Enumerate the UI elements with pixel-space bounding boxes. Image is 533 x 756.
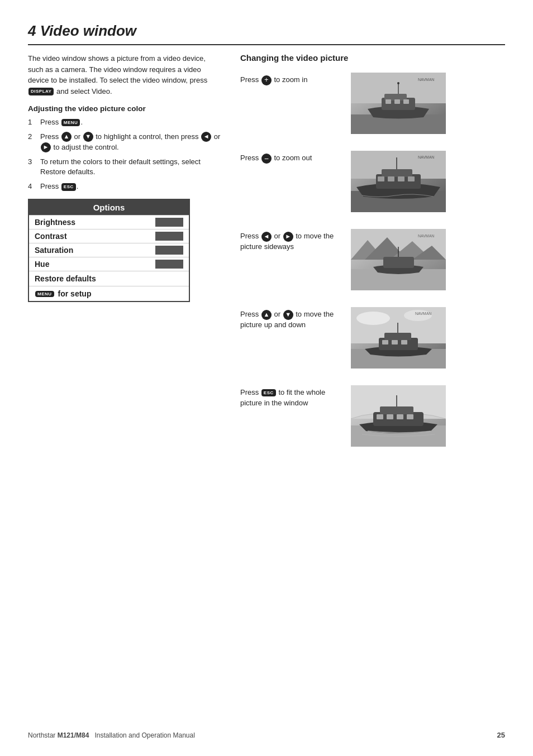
step-1: 1 Press MENU.	[28, 117, 221, 128]
footer-page-number: 25	[497, 731, 505, 739]
hue-bar	[155, 260, 183, 269]
svg-text:NAVMAN: NAVMAN	[418, 78, 434, 82]
svg-rect-53	[407, 414, 413, 419]
esc-badge-fit: ESC	[261, 389, 276, 397]
svg-rect-30	[383, 257, 414, 268]
svg-text:NAVMAN: NAVMAN	[415, 312, 431, 315]
options-table: Options Brightness Contrast Saturation H…	[28, 199, 190, 302]
saturation-bar	[155, 246, 183, 255]
svg-rect-18	[388, 176, 394, 181]
fit-image	[351, 385, 446, 447]
boat-svg-2: NAVMAN	[351, 151, 446, 212]
right-arrow-desc: ►	[283, 232, 293, 242]
video-item-updown: Press ▲ or ▼ to move the picture up and …	[240, 307, 505, 369]
svg-rect-19	[398, 176, 404, 181]
brightness-bar	[155, 218, 183, 227]
zoom-out-desc: Press − to zoom out	[240, 151, 341, 164]
svg-rect-49	[380, 406, 413, 414]
contrast-label: Contrast	[35, 232, 67, 241]
saturation-label: Saturation	[35, 246, 73, 255]
esc-badge-steps: ESC	[61, 183, 76, 191]
down-arrow-1: ▼	[83, 132, 93, 142]
step-4-text: Press ESC.	[40, 181, 78, 192]
video-item-fit: Press ESC to fit the whole picture in th…	[240, 385, 505, 447]
steps-list: 1 Press MENU. 2 Press ▲ or ▼ to highligh…	[28, 117, 221, 192]
up-arrow-desc: ▲	[261, 310, 272, 320]
zoom-out-image: NAVMAN	[351, 151, 446, 212]
video-item-zoom-out: Press − to zoom out	[240, 151, 505, 212]
step-2: 2 Press ▲ or ▼ to highlight a control, t…	[28, 132, 221, 153]
footer-model: M121/M84	[58, 731, 89, 739]
sideways-desc: Press ◄ or ► to move the picture sideway…	[240, 229, 341, 252]
contrast-bar	[155, 232, 183, 241]
svg-rect-20	[408, 176, 415, 181]
svg-rect-51	[387, 414, 393, 419]
brightness-label: Brightness	[35, 218, 75, 227]
boat-svg-4: NAVMAN	[351, 307, 446, 369]
svg-rect-50	[377, 414, 383, 419]
svg-point-10	[397, 82, 399, 84]
hue-label: Hue	[35, 260, 49, 269]
video-item-sideways: Press ◄ or ► to move the picture sideway…	[240, 229, 505, 290]
menu-badge-setup: MENU	[35, 291, 54, 297]
svg-rect-7	[394, 99, 400, 104]
step-num-1: 1	[28, 117, 37, 128]
left-column: The video window shows a picture from a …	[28, 53, 235, 463]
svg-rect-42	[401, 340, 407, 344]
svg-rect-39	[384, 333, 411, 340]
adjust-heading: Adjusting the video picture color	[28, 104, 221, 113]
display-badge: DISPLAY	[28, 88, 54, 95]
svg-text:NAVMAN: NAVMAN	[418, 155, 434, 159]
boat-svg-5	[351, 385, 446, 447]
sideways-image: NAVMAN	[351, 229, 446, 290]
svg-rect-6	[386, 99, 391, 104]
menu-badge-1: MENU	[61, 119, 80, 127]
plus-icon: +	[261, 75, 272, 85]
page-footer: Northstar M121/M84 Installation and Oper…	[28, 731, 505, 739]
boat-svg-1: NAVMAN	[351, 73, 446, 134]
svg-point-35	[356, 312, 390, 325]
main-content: The video window shows a picture from a …	[28, 53, 505, 463]
svg-rect-17	[378, 176, 384, 181]
svg-rect-16	[382, 169, 412, 177]
svg-rect-8	[403, 99, 409, 104]
boat-svg-3: NAVMAN	[351, 229, 446, 290]
page-container: 4 Video window The video window shows a …	[0, 0, 533, 756]
zoom-in-image: NAVMAN	[351, 73, 446, 134]
updown-desc: Press ▲ or ▼ to move the picture up and …	[240, 307, 341, 331]
svg-rect-40	[382, 340, 388, 344]
left-arrow-desc: ◄	[261, 232, 272, 242]
right-arrow-1: ►	[41, 142, 51, 152]
minus-icon: −	[261, 154, 272, 164]
svg-rect-41	[392, 340, 398, 344]
zoom-in-desc: Press + to zoom in	[240, 73, 341, 85]
up-arrow-1: ▲	[61, 132, 72, 142]
options-row-hue: Hue	[29, 257, 189, 271]
options-row-contrast: Contrast	[29, 229, 189, 243]
step-3: 3 To return the colors to their default …	[28, 157, 221, 178]
down-arrow-desc: ▼	[283, 310, 293, 320]
right-column: Changing the video picture Press + to zo…	[235, 53, 505, 463]
step-2-text: Press ▲ or ▼ to highlight a control, the…	[40, 132, 221, 153]
options-row-saturation: Saturation	[29, 243, 189, 257]
step-1-text: Press MENU.	[40, 117, 83, 128]
setup-text: for setup	[58, 289, 92, 298]
step-num-2: 2	[28, 132, 37, 142]
step-num-3: 3	[28, 157, 37, 168]
svg-text:NAVMAN: NAVMAN	[418, 234, 434, 238]
updown-image: NAVMAN	[351, 307, 446, 369]
step-4: 4 Press ESC.	[28, 181, 221, 192]
step-num-4: 4	[28, 181, 37, 192]
options-header: Options	[29, 200, 189, 215]
footer-brand: Northstar M121/M84 Installation and Oper…	[28, 731, 195, 739]
fit-desc: Press ESC to fit the whole picture in th…	[240, 385, 341, 409]
options-row-brightness: Brightness	[29, 215, 189, 229]
options-setup: MENU for setup	[29, 286, 189, 301]
options-restore: Restore defaults	[29, 271, 189, 286]
changing-heading: Changing the video picture	[240, 53, 505, 63]
step-3-text: To return the colors to their default se…	[40, 157, 221, 178]
page-title: 4 Video window	[28, 22, 505, 45]
left-arrow-1: ◄	[201, 132, 211, 142]
video-item-zoom-in: Press + to zoom in	[240, 73, 505, 134]
svg-rect-52	[397, 414, 403, 419]
